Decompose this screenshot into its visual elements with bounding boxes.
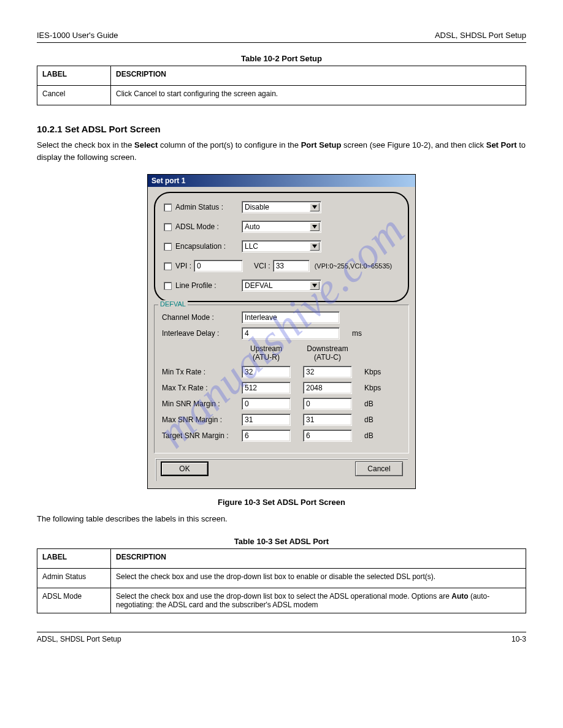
table-10-2: LABEL DESCRIPTION Cancel Click Cancel to… — [37, 66, 526, 105]
min-tx-up: 32 — [242, 366, 291, 378]
dialog-button-bar: OK Cancel — [155, 458, 408, 481]
line-profile-checkbox[interactable] — [164, 282, 172, 290]
table1-caption: Table 10-2 Port Setup — [37, 54, 526, 63]
chapter-title: ADSL, SHDSL Port Setup — [435, 31, 526, 40]
min-tx-unit: Kbps — [364, 368, 395, 376]
max-snr-down: 31 — [303, 414, 352, 426]
min-snr-unit: dB — [364, 400, 395, 408]
max-tx-down: 2048 — [303, 382, 352, 394]
admin-status-select[interactable]: Disable — [242, 201, 321, 213]
page-footer: ADSL, SHDSL Port Setup 10-3 — [37, 632, 526, 643]
table2-head-label: LABEL — [37, 549, 111, 569]
table2-caption: Table 10-3 Set ADSL Port — [37, 537, 526, 546]
ok-button[interactable]: OK — [161, 461, 209, 476]
figure-caption: Figure 10-3 Set ADSL Port Screen — [37, 498, 526, 507]
min-snr-label: Min SNR Margin : — [162, 400, 242, 408]
downstream-header: Downstream (ATU-C) — [303, 344, 352, 362]
target-snr-label: Target SNR Margin : — [162, 431, 242, 440]
figure-10-3: manualshive.com Set port 1 Admin Status … — [37, 174, 526, 489]
table-10-3: LABEL DESCRIPTION Admin Status Select th… — [37, 548, 526, 613]
encapsulation-label: Encapsulation : — [175, 242, 242, 251]
table2-row2-label: ADSL Mode — [37, 588, 111, 613]
vpi-vci-checkbox[interactable] — [164, 262, 172, 270]
admin-status-checkbox[interactable] — [164, 203, 172, 211]
interleave-delay-value: 4 — [242, 327, 340, 339]
table2-head-desc: DESCRIPTION — [111, 549, 526, 569]
max-tx-unit: Kbps — [364, 384, 395, 392]
adsl-mode-checkbox[interactable] — [164, 223, 172, 231]
vci-label: VCI : — [254, 262, 270, 270]
table2-row2-desc: Select the check box and use the drop-do… — [111, 588, 526, 613]
footer-page-number: 10-3 — [511, 635, 526, 643]
chevron-down-icon — [310, 203, 320, 211]
table1-row1-label: Cancel — [37, 86, 111, 105]
svg-marker-3 — [312, 284, 317, 287]
target-snr-down: 6 — [303, 430, 352, 442]
chevron-down-icon — [310, 222, 320, 231]
table1-head-label: LABEL — [37, 66, 111, 86]
table1-row1-desc: Click Cancel to start configuring the sc… — [111, 86, 526, 105]
table1-head-desc: DESCRIPTION — [111, 66, 526, 86]
vpi-vci-hint: (VPI:0~255,VCI:0~65535) — [315, 262, 393, 270]
table2-row1-desc: Select the check box and use the drop-do… — [111, 569, 526, 588]
min-snr-up: 0 — [242, 398, 291, 410]
page-header: IES-1000 User's Guide ADSL, SHDSL Port S… — [37, 31, 526, 43]
max-snr-up: 31 — [242, 414, 291, 426]
vpi-input[interactable]: 0 — [194, 260, 243, 272]
section-text-2: The following table describes the labels… — [37, 513, 526, 525]
min-tx-down: 32 — [303, 366, 352, 378]
chevron-down-icon — [310, 281, 320, 290]
section-10-2-1-text: Select the check box in the Select colum… — [37, 139, 526, 163]
channel-mode-value: Interleave — [242, 311, 340, 324]
defval-fieldset: DEFVAL Channel Mode : Interleave Interle… — [154, 305, 409, 453]
min-tx-label: Min Tx Rate : — [162, 368, 242, 376]
interleave-delay-unit: ms — [352, 329, 383, 338]
max-tx-up: 512 — [242, 382, 291, 394]
interleave-delay-label: Interleave Delay : — [162, 329, 242, 338]
target-snr-up: 6 — [242, 430, 291, 442]
table2-row1-label: Admin Status — [37, 569, 111, 588]
adsl-mode-label: ADSL Mode : — [175, 222, 242, 231]
section-10-2-1-heading: 10.2.1 Set ADSL Port Screen — [37, 124, 526, 134]
dialog-title: Set port 1 — [151, 176, 185, 185]
cancel-button[interactable]: Cancel — [355, 461, 403, 476]
port-settings-group: Admin Status : Disable ADSL Mode : Auto — [154, 192, 409, 302]
encapsulation-select[interactable]: LLC — [242, 240, 321, 252]
admin-status-label: Admin Status : — [175, 203, 242, 211]
vci-input[interactable]: 33 — [273, 260, 310, 272]
svg-marker-0 — [312, 205, 317, 209]
svg-marker-1 — [312, 225, 317, 229]
fieldset-legend: DEFVAL — [158, 300, 188, 308]
manual-title: IES-1000 User's Guide — [37, 31, 435, 40]
channel-mode-label: Channel Mode : — [162, 313, 242, 322]
max-tx-label: Max Tx Rate : — [162, 384, 242, 392]
max-snr-label: Max SNR Margin : — [162, 415, 242, 424]
upstream-header: Upstream (ATU-R) — [242, 344, 291, 362]
chevron-down-icon — [310, 242, 320, 251]
min-snr-down: 0 — [303, 398, 352, 410]
adsl-mode-select[interactable]: Auto — [242, 221, 321, 233]
encapsulation-checkbox[interactable] — [164, 243, 172, 251]
vpi-label: VPI : — [175, 262, 191, 270]
line-profile-label: Line Profile : — [175, 281, 242, 290]
dialog-titlebar: Set port 1 — [148, 175, 415, 187]
line-profile-select[interactable]: DEFVAL — [242, 279, 321, 292]
max-snr-unit: dB — [364, 415, 395, 424]
footer-section: ADSL, SHDSL Port Setup — [37, 635, 121, 643]
set-port-dialog: Set port 1 Admin Status : Disable AD — [147, 174, 416, 489]
svg-marker-2 — [312, 245, 317, 248]
target-snr-unit: dB — [364, 431, 395, 440]
